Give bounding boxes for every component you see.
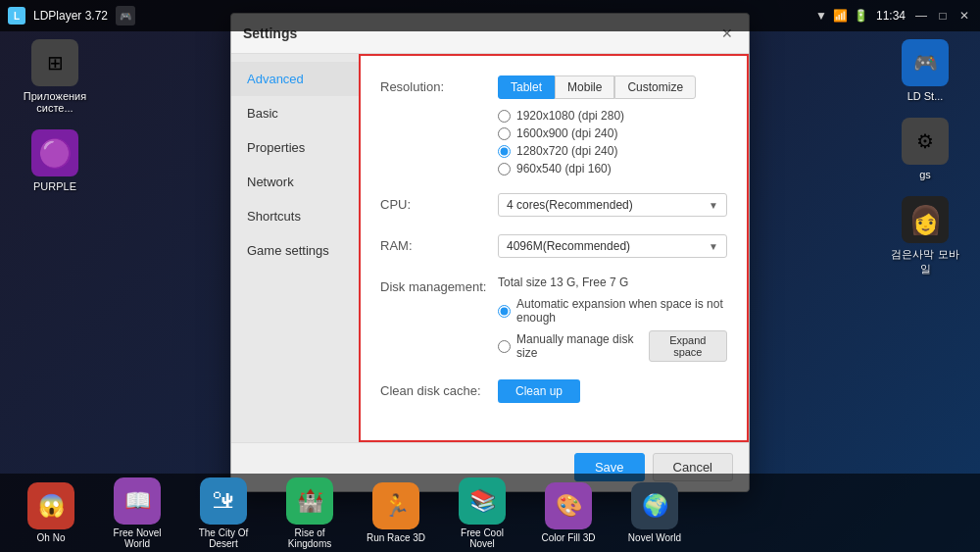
sidebar-item-game-settings[interactable]: Game settings: [231, 233, 359, 268]
cpu-dropdown[interactable]: 4 cores(Recommended) ▼: [498, 193, 727, 217]
tab-tablet[interactable]: Tablet: [498, 75, 555, 99]
taskbar-bottom: 😱 Oh No 📖 Free Novel World 🏜 The City Of…: [0, 474, 980, 552]
bottom-app-cool-novel[interactable]: 📚 Free Cool Novel: [447, 477, 517, 549]
disk-control: Total size 13 G, Free 7 G Automatic expa…: [498, 276, 727, 362]
resolution-control: Tablet Mobile Customize 1920x1080 (dpi 2…: [498, 75, 727, 176]
run-icon: 🏃: [372, 482, 419, 529]
res-1920[interactable]: 1920x1080 (dpi 280): [498, 109, 727, 123]
res-1280-radio[interactable]: [498, 145, 511, 158]
cpu-row: CPU: 4 cores(Recommended) ▼: [380, 193, 727, 217]
cpu-control: 4 cores(Recommended) ▼: [498, 193, 727, 217]
taskbar-top: L LDPlayer 3.72 🎮 ▼ 📶 🔋 11:34 — □ ✕: [0, 0, 980, 31]
maximize-btn[interactable]: □: [935, 8, 951, 24]
bottom-app-ohno[interactable]: 😱 Oh No: [16, 482, 86, 543]
disk-row: Disk management: Total size 13 G, Free 7…: [380, 276, 727, 362]
clean-control: Clean up: [498, 379, 727, 403]
clean-label: Clean disk cache:: [380, 379, 498, 398]
bottom-app-desert[interactable]: 🏜 The City Of Desert: [188, 477, 259, 549]
res-1280[interactable]: 1280x720 (dpi 240): [498, 144, 727, 158]
battery-icon: 🔋: [854, 9, 868, 23]
novel-world-label: Free Novel World: [102, 527, 172, 549]
settings-window: Settings ✕ Advanced Basic Properties Net…: [230, 13, 750, 492]
kingdoms-icon: 🏰: [286, 477, 333, 525]
ohno-label: Oh No: [37, 532, 66, 543]
novel-world2-icon: 🌍: [631, 482, 678, 529]
disk-info: Total size 13 G, Free 7 G: [498, 276, 727, 289]
settings-content: Resolution: Tablet Mobile Customize 1920: [359, 54, 749, 442]
novel-world2-label: Novel World: [628, 532, 681, 543]
disk-radio-group: Automatic expansion when space is not en…: [498, 297, 727, 362]
ram-label: RAM:: [380, 234, 498, 253]
signal-icon: 📶: [833, 9, 848, 23]
settings-sidebar: Advanced Basic Properties Network Shortc…: [231, 54, 359, 442]
minimize-btn[interactable]: —: [913, 8, 929, 24]
ram-row: RAM: 4096M(Recommended) ▼: [380, 234, 727, 258]
disk-manual-label: Manually manage disk size: [516, 332, 635, 360]
ram-value: 4096M(Recommended): [507, 239, 630, 253]
bottom-app-color-fill[interactable]: 🎨 Color Fill 3D: [533, 482, 604, 543]
taskbar-left: L LDPlayer 3.72 🎮: [8, 6, 135, 25]
tab-customize[interactable]: Customize: [614, 75, 696, 99]
wifi-icon: ▼: [815, 9, 827, 23]
sidebar-item-shortcuts[interactable]: Shortcuts: [231, 199, 359, 233]
color-fill-icon: 🎨: [545, 482, 592, 529]
res-960[interactable]: 960x540 (dpi 160): [498, 162, 727, 176]
sidebar-item-properties[interactable]: Properties: [231, 130, 359, 165]
resolution-label: Resolution:: [380, 75, 498, 94]
kingdoms-label: Rise of Kingdoms: [274, 527, 345, 549]
bottom-app-run[interactable]: 🏃 Run Race 3D: [361, 482, 431, 543]
taskbar-right: ▼ 📶 🔋 11:34 — □ ✕: [815, 8, 972, 24]
res-1280-label: 1280x720 (dpi 240): [516, 144, 617, 158]
sidebar-item-basic[interactable]: Basic: [231, 96, 359, 130]
ram-dropdown[interactable]: 4096M(Recommended) ▼: [498, 234, 727, 258]
color-fill-label: Color Fill 3D: [541, 532, 595, 543]
disk-manual[interactable]: Manually manage disk size Expand space: [498, 330, 727, 362]
res-1600-label: 1600x900 (dpi 240): [516, 126, 617, 140]
disk-manual-radio[interactable]: [498, 340, 511, 353]
resolution-row: Resolution: Tablet Mobile Customize 1920: [380, 75, 727, 176]
app-logo: L: [8, 7, 25, 25]
res-1920-label: 1920x1080 (dpi 280): [516, 109, 624, 123]
res-1600-radio[interactable]: [498, 127, 511, 140]
desktop: L LDPlayer 3.72 🎮 ▼ 📶 🔋 11:34 — □ ✕ ⊞ Пр…: [0, 0, 980, 552]
window-controls[interactable]: — □ ✕: [913, 8, 972, 24]
cool-novel-icon: 📚: [459, 477, 506, 525]
sidebar-item-advanced[interactable]: Advanced: [231, 62, 359, 96]
ohno-icon: 😱: [27, 482, 74, 529]
settings-body: Advanced Basic Properties Network Shortc…: [231, 54, 749, 442]
ram-dropdown-arrow: ▼: [709, 241, 718, 252]
app-title: LDPlayer 3.72: [33, 9, 108, 23]
expand-space-button[interactable]: Expand space: [649, 330, 727, 362]
sidebar-item-network[interactable]: Network: [231, 165, 359, 199]
ram-control: 4096M(Recommended) ▼: [498, 234, 727, 258]
disk-auto-radio[interactable]: [498, 305, 511, 318]
res-960-radio[interactable]: [498, 163, 511, 176]
res-1600[interactable]: 1600x900 (dpi 240): [498, 126, 727, 140]
tab-mobile[interactable]: Mobile: [555, 75, 614, 99]
run-label: Run Race 3D: [367, 532, 425, 543]
game-controller-icon: 🎮: [116, 6, 135, 25]
resolution-tabs: Tablet Mobile Customize: [498, 75, 727, 99]
bottom-app-kingdoms[interactable]: 🏰 Rise of Kingdoms: [274, 477, 345, 549]
desert-label: The City Of Desert: [188, 527, 259, 549]
bottom-app-novel-world[interactable]: 📖 Free Novel World: [102, 477, 172, 549]
disk-label: Disk management:: [380, 276, 498, 294]
resolution-options: 1920x1080 (dpi 280) 1600x900 (dpi 240) 1…: [498, 109, 727, 176]
novel-world-icon: 📖: [114, 477, 161, 525]
desert-icon: 🏜: [200, 477, 247, 525]
clock: 11:34: [876, 9, 906, 23]
system-icons: ▼ 📶 🔋: [815, 9, 868, 23]
bottom-app-novel-world2[interactable]: 🌍 Novel World: [619, 482, 690, 543]
cpu-value: 4 cores(Recommended): [507, 198, 633, 212]
cpu-label: CPU:: [380, 193, 498, 212]
cleanup-button[interactable]: Clean up: [498, 379, 580, 403]
cool-novel-label: Free Cool Novel: [447, 527, 517, 549]
disk-auto[interactable]: Automatic expansion when space is not en…: [498, 297, 727, 325]
res-1920-radio[interactable]: [498, 110, 511, 123]
res-960-label: 960x540 (dpi 160): [516, 162, 612, 176]
dialog-overlay: Settings ✕ Advanced Basic Properties Net…: [0, 31, 980, 474]
clean-row: Clean disk cache: Clean up: [380, 379, 727, 403]
cpu-dropdown-arrow: ▼: [709, 200, 718, 211]
close-btn[interactable]: ✕: [956, 8, 972, 24]
disk-auto-label: Automatic expansion when space is not en…: [516, 297, 727, 325]
